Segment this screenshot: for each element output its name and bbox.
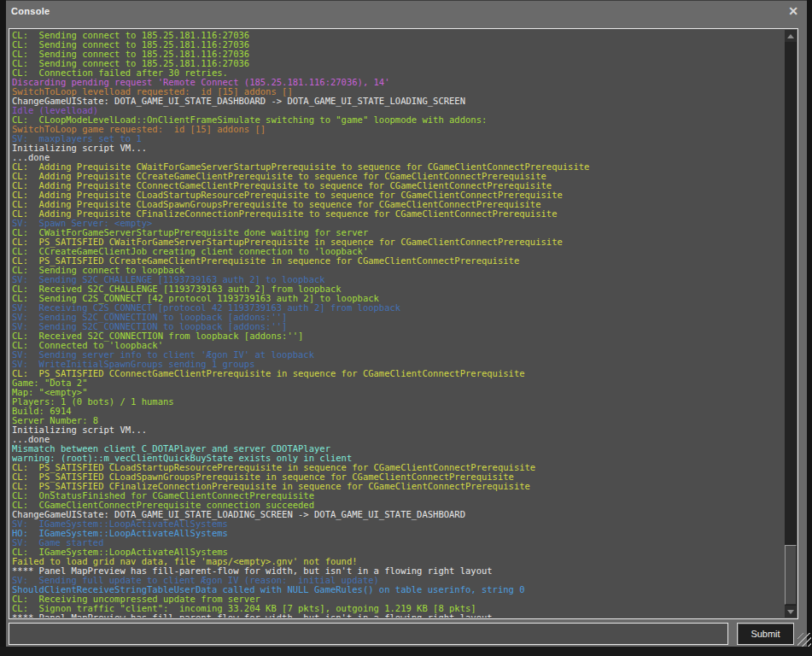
title-bar[interactable]: Console ✕ (6, 1, 807, 28)
console-log-lines: CL: Sending connect to 185.25.181.116:27… (12, 31, 783, 618)
console-line: Build: 6914 (12, 407, 783, 416)
console-window: Console ✕ CL: Sending connect to 185.25.… (6, 0, 807, 647)
close-icon[interactable]: ✕ (786, 3, 801, 19)
console-log: CL: Sending connect to 185.25.181.116:27… (9, 28, 798, 619)
scroll-down-button[interactable] (785, 606, 797, 618)
command-row: Submit (9, 623, 804, 646)
console-line: CL: PS_SATISFIED CConnectGameClientPrere… (12, 369, 783, 378)
scroll-thumb[interactable] (785, 545, 797, 605)
scrollbar[interactable] (785, 30, 797, 618)
window-title: Console (11, 6, 50, 16)
submit-button[interactable]: Submit (737, 623, 794, 645)
resize-grip[interactable] (797, 633, 811, 647)
console-line: HO: IGameSystem::LoopActivateAllSystems (12, 529, 783, 538)
scroll-up-button[interactable] (785, 30, 797, 42)
console-line: Players: 1 (0 bots) / 1 humans (12, 397, 783, 407)
console-line: Initializing script VM... (12, 144, 783, 153)
desktop-background-bottom (0, 647, 812, 656)
desktop-background-left (0, 0, 6, 656)
console-line: Initializing script VM... (12, 425, 783, 435)
desktop-background-right (807, 0, 812, 656)
console-line: ChangeGameUIState: DOTA_GAME_UI_STATE_DA… (12, 97, 783, 106)
console-line: **** Panel MapPreview has fill-parent-fl… (12, 613, 783, 618)
scroll-down-icon (787, 610, 794, 614)
command-input[interactable] (9, 623, 728, 645)
scroll-up-icon (787, 34, 794, 38)
console-line: Game: "Dota 2" (12, 378, 783, 388)
